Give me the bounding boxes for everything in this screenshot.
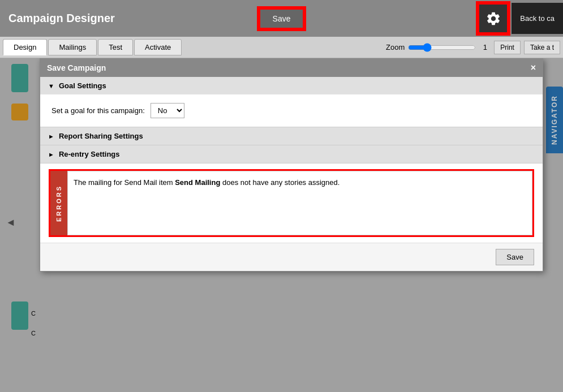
zoom-area: Zoom 1 Print Take a t bbox=[386, 41, 560, 54]
save-button-footer[interactable]: Save bbox=[496, 249, 534, 265]
tab-bar: Design Mailings Test Activate Zoom 1 Pri… bbox=[0, 37, 563, 58]
zoom-slider[interactable] bbox=[408, 43, 476, 52]
print-button[interactable]: Print bbox=[494, 41, 521, 54]
tab-test[interactable]: Test bbox=[98, 39, 133, 55]
modal-footer: Save bbox=[40, 243, 543, 271]
modal-header: Save Campaign × bbox=[40, 59, 543, 77]
app-title: Campaign Designer bbox=[8, 12, 115, 25]
error-text-bold: Send Mailing bbox=[175, 178, 220, 187]
goal-settings-content: Set a goal for this campaign: No Yes bbox=[40, 94, 543, 127]
reentry-label: Re-entry Settings bbox=[59, 150, 120, 158]
goal-settings-header[interactable]: ▼ Goal Settings bbox=[40, 77, 543, 94]
error-text-suffix: does not have any stories assigned. bbox=[220, 178, 339, 187]
goal-settings-arrow: ▼ bbox=[48, 83, 54, 89]
goal-settings-label: Goal Settings bbox=[59, 81, 106, 90]
modal-dialog: Save Campaign × ▼ Goal Settings Set a go… bbox=[40, 58, 543, 272]
tab-activate[interactable]: Activate bbox=[134, 39, 182, 55]
back-button[interactable]: Back to ca bbox=[512, 3, 563, 34]
header-bar: Campaign Designer Save Back to ca bbox=[0, 0, 563, 37]
errors-content: The mailing for Send Mail item Send Mail… bbox=[67, 171, 532, 235]
gear-icon bbox=[485, 11, 501, 27]
modal-title: Save Campaign bbox=[47, 63, 106, 72]
error-message: The mailing for Send Mail item Send Mail… bbox=[74, 177, 526, 188]
header-center: Save bbox=[259, 8, 305, 29]
goal-select[interactable]: No Yes bbox=[151, 103, 184, 118]
modal-close-button[interactable]: × bbox=[531, 63, 536, 72]
errors-section: ERRORS The mailing for Send Mail item Se… bbox=[49, 169, 534, 237]
goal-settings-section: ▼ Goal Settings Set a goal for this camp… bbox=[40, 77, 543, 127]
goal-field-row: Set a goal for this campaign: No Yes bbox=[51, 103, 531, 118]
report-sharing-header[interactable]: ► Report Sharing Settings bbox=[40, 127, 543, 145]
errors-tab-label: ERRORS bbox=[50, 171, 67, 235]
report-sharing-arrow: ► bbox=[48, 133, 54, 140]
zoom-label: Zoom bbox=[386, 43, 405, 51]
modal-body: ▼ Goal Settings Set a goal for this camp… bbox=[40, 77, 543, 237]
save-button-header[interactable]: Save bbox=[259, 8, 305, 29]
modal-overlay: Save Campaign × ▼ Goal Settings Set a go… bbox=[0, 58, 563, 392]
error-text-plain: The mailing for Send Mail item bbox=[74, 178, 175, 187]
tab-design[interactable]: Design bbox=[3, 39, 47, 55]
main-area: ◄ C C NAVIGATOR Save Campaign × ▼ Goal S… bbox=[0, 58, 563, 392]
report-sharing-label: Report Sharing Settings bbox=[59, 132, 143, 140]
header-right: Back to ca bbox=[478, 0, 563, 37]
reentry-arrow: ► bbox=[48, 151, 54, 158]
gear-button[interactable] bbox=[478, 3, 509, 34]
zoom-value: 1 bbox=[479, 43, 491, 51]
reentry-header[interactable]: ► Re-entry Settings bbox=[40, 145, 543, 163]
goal-field-label: Set a goal for this campaign: bbox=[51, 106, 145, 115]
tab-mailings[interactable]: Mailings bbox=[48, 39, 97, 55]
take-tour-button[interactable]: Take a t bbox=[524, 41, 560, 54]
